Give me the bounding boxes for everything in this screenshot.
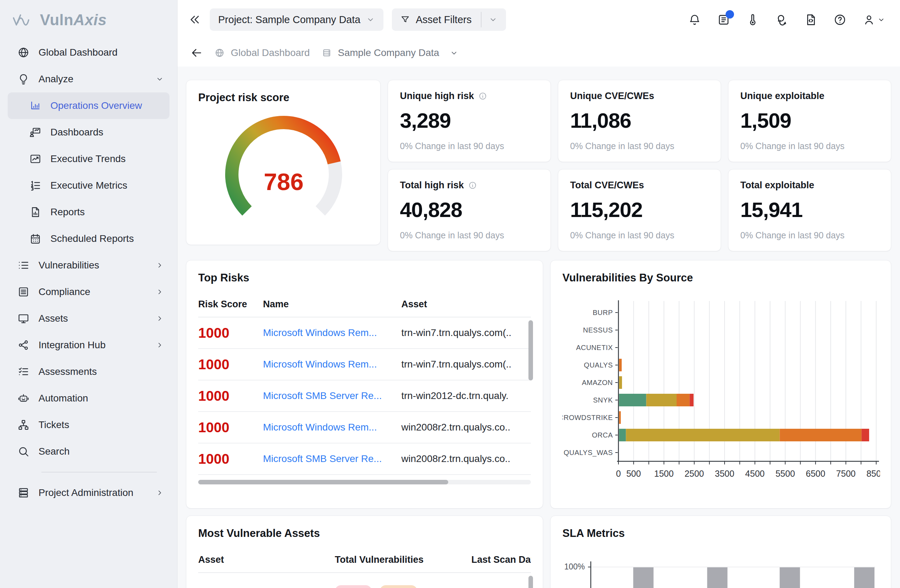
sidebar-item-scheduled-reports[interactable]: Scheduled Reports [8, 225, 169, 252]
bar-chart-icon [29, 100, 41, 111]
thermometer-icon [746, 13, 759, 26]
sidebar-item-dashboards[interactable]: Dashboards [8, 119, 169, 145]
collapse-sidebar-button[interactable] [188, 13, 201, 26]
vulnerability-link[interactable]: Microsoft SMB Server Re... [263, 453, 382, 464]
stat-label: Unique CVE/CWEs [570, 91, 709, 102]
count-badge: 3428 [380, 585, 417, 588]
gauge-title: Project risk score [198, 91, 368, 104]
category-label: QUALYS [584, 361, 613, 369]
bar-segment-green [619, 394, 647, 406]
stat-label-text: Total high risk [400, 180, 464, 191]
stat-card: Unique exploitable1,5090% Change in last… [728, 80, 891, 162]
stat-card: Unique high risk3,2890% Change in last 9… [388, 80, 551, 162]
vulnerability-link[interactable]: Microsoft Windows Rem... [263, 422, 377, 433]
category-label: AMAZON [582, 379, 613, 387]
chevron-down-icon [366, 15, 375, 24]
list-box-icon [17, 286, 29, 298]
sidebar-item-analyze[interactable]: Analyze [8, 66, 169, 93]
vulnerability-link[interactable]: Microsoft Windows Rem... [263, 359, 377, 370]
category-label: ACUNETIX [576, 344, 613, 351]
user-button[interactable] [863, 13, 885, 26]
chevron-down-icon[interactable] [450, 49, 458, 57]
sidebar-item-label: Executive Metrics [50, 180, 127, 191]
sidebar-item-label: Integration Hub [39, 339, 106, 351]
top-risks-title: Top Risks [198, 272, 531, 284]
breadcrumb-project[interactable]: Sample Company Data [338, 47, 439, 59]
back-button[interactable] [190, 46, 203, 59]
project-selector-button[interactable]: Project: Sample Company Data [210, 8, 383, 31]
vertical-scrollbar[interactable] [528, 320, 533, 381]
main-area: Project: Sample Company Data Asset Filte… [178, 0, 900, 588]
sidebar-item-compliance[interactable]: Compliance [8, 279, 169, 305]
sidebar-item-label: Dashboards [50, 127, 103, 138]
category-label: NESSUS [583, 326, 613, 334]
code-file-icon [804, 13, 817, 26]
chevron-right-icon [155, 341, 164, 349]
bell-button[interactable] [688, 13, 701, 26]
code-file-button[interactable] [804, 13, 817, 26]
stat-value: 1,509 [740, 108, 879, 133]
gauge-value-arc [232, 122, 334, 211]
stat-label: Total exploitable [740, 180, 879, 191]
vulnaxis-logo: VulnAxis [0, 8, 177, 39]
x-tick-label: 7500 [836, 469, 856, 478]
breadcrumb-global-dashboard[interactable]: Global Dashboard [231, 47, 310, 59]
x-tick-label: 2500 [684, 469, 704, 478]
vulnerability-link[interactable]: Microsoft SMB Server Re... [263, 390, 382, 401]
sidebar-item-label: Executive Trends [50, 153, 126, 164]
stat-label-text: Unique CVE/CWEs [570, 91, 654, 102]
table-row: ip-172-31-48-81.ec2.inte...20634282025-0… [198, 573, 531, 588]
sidebar: VulnAxis Global DashboardAnalyzeOperatio… [0, 0, 178, 588]
sidebar-item-operations-overview[interactable]: Operations Overview [8, 93, 169, 119]
sidebar-item-integration-hub[interactable]: Integration Hub [8, 332, 169, 358]
sla-bar [707, 567, 727, 588]
sidebar-item-tickets[interactable]: Tickets [8, 412, 169, 438]
sidebar-nav: Global DashboardAnalyzeOperations Overvi… [0, 39, 177, 506]
stats-grid: Unique high risk3,2890% Change in last 9… [388, 80, 891, 251]
name-cell: Microsoft Windows Rem... [263, 359, 401, 370]
sidebar-item-automation[interactable]: Automation [8, 385, 169, 412]
presentation-icon [29, 126, 41, 138]
help-button[interactable] [833, 13, 846, 26]
chat-button[interactable] [775, 13, 788, 26]
vulnerability-link[interactable]: Microsoft Windows Rem... [263, 327, 377, 338]
vulnerabilities-by-source-card: Vulnerabilities By Source BURPNESSUSACUN… [550, 260, 891, 509]
sidebar-item-executive-trends[interactable]: Executive Trends [8, 145, 169, 172]
chevron-right-icon [155, 288, 164, 296]
filter-icon [400, 15, 410, 25]
sidebar-item-search[interactable]: Search [8, 438, 169, 465]
stat-label: Total high risk [400, 180, 538, 191]
column-risk-score: Risk Score [198, 299, 263, 310]
column-total-vulnerabilities: Total Vulnerabilities [335, 554, 471, 565]
sidebar-item-reports[interactable]: Reports [8, 199, 169, 225]
notes-button[interactable] [717, 13, 730, 26]
chevron-down-icon [155, 75, 164, 83]
vertical-scrollbar[interactable] [528, 576, 533, 588]
horizontal-scrollbar[interactable] [198, 480, 448, 484]
monitor-icon [17, 313, 29, 325]
sidebar-item-global-dashboard[interactable]: Global Dashboard [8, 39, 169, 66]
asset-cell: trn-win7.trn.qualys.com(.. [401, 327, 523, 339]
asset-cell: win2008r2.trn.qualys.co.. [401, 422, 523, 433]
bar-segment-orange [677, 394, 689, 406]
stat-label-text: Total CVE/CWEs [570, 180, 644, 191]
bar-segment-orange [619, 359, 622, 371]
risk-score-cell: 1000 [198, 451, 263, 467]
vuln-by-source-title: Vulnerabilities By Source [562, 272, 879, 284]
sidebar-item-assessments[interactable]: Assessments [8, 358, 169, 385]
x-tick-label: 1500 [654, 469, 674, 478]
chevron-down-icon[interactable] [489, 15, 498, 24]
risk-gauge: 786 [198, 106, 369, 232]
thermometer-button[interactable] [746, 13, 759, 26]
sidebar-item-executive-metrics[interactable]: Executive Metrics [8, 172, 169, 199]
stat-change: 0% Change in last 90 days [740, 141, 879, 151]
sidebar-item-project-administration[interactable]: Project Administration [8, 480, 169, 506]
y-tick-label: 100% [564, 562, 585, 571]
chevron-right-icon [155, 489, 164, 497]
sidebar-item-assets[interactable]: Assets [8, 305, 169, 332]
most-vulnerable-rows: ip-172-31-48-81.ec2.inte...20634282025-0… [198, 573, 531, 588]
sidebar-item-vulnerabilities[interactable]: Vulnerabilities [8, 252, 169, 279]
asset-filters-button[interactable]: Asset Filters [392, 8, 506, 31]
risk-score-cell: 1000 [198, 388, 263, 404]
x-tick-label: 5500 [775, 469, 795, 478]
